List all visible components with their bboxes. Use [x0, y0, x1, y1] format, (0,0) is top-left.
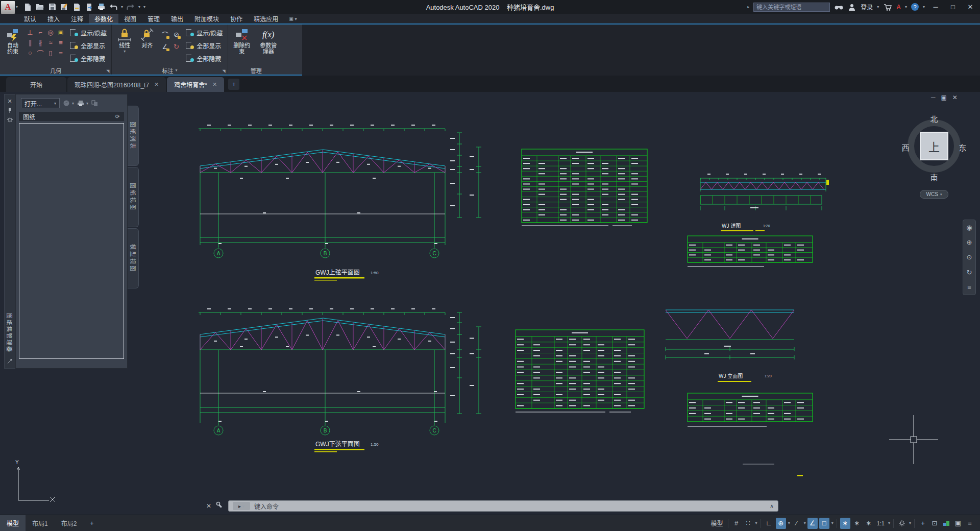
tangent-constraint-icon[interactable]: ≈	[45, 37, 56, 47]
isolate-objects-icon[interactable]: ⊡	[929, 518, 940, 529]
undo-dropdown-icon[interactable]: ▾	[121, 5, 123, 9]
save-as-icon[interactable]	[60, 3, 69, 12]
dim-hide-all-button[interactable]: 全部隐藏	[184, 53, 225, 64]
ribbon-tab-parametric[interactable]: 参数化	[89, 14, 118, 23]
doc-close-icon[interactable]: ✕	[952, 94, 958, 101]
search-binoculars-icon[interactable]	[834, 3, 843, 12]
iso-dropdown-icon[interactable]: ▾	[804, 521, 806, 525]
concentric-constraint-icon[interactable]: ◎	[45, 27, 56, 37]
close-tab-icon[interactable]: ✕	[154, 81, 159, 88]
search-expand-icon[interactable]: ▸	[747, 5, 749, 9]
help-search-input[interactable]	[753, 3, 830, 12]
ribbon-tab-home[interactable]: 默认	[18, 14, 42, 23]
dim-show-all-button[interactable]: 全部显示	[184, 40, 225, 51]
new-layout-button[interactable]: +	[83, 515, 100, 531]
close-tab-icon[interactable]: ✕	[212, 81, 217, 88]
file-tab-drawing1[interactable]: 观珠四期-总图20160408_t7✕	[67, 77, 166, 92]
zoom-icon[interactable]: ⊙	[967, 253, 972, 261]
command-input[interactable]: 键入命令	[254, 502, 279, 511]
auto-constrain-button[interactable]: 自动约束	[3, 26, 23, 55]
undo-icon[interactable]	[109, 3, 118, 12]
ortho-mode-icon[interactable]: ∟	[764, 518, 774, 529]
refresh-icon[interactable]: ⟳	[115, 113, 120, 120]
viewcube-top-face[interactable]: 上	[920, 132, 948, 160]
panel-dropdown-icon[interactable]: ▾	[176, 68, 178, 73]
parallel-constraint-icon[interactable]: ∥	[25, 37, 35, 47]
compass-south[interactable]: 南	[928, 172, 940, 182]
application-menu-button[interactable]: A	[1, 1, 15, 14]
parameters-manager-button[interactable]: f(x) 参数管理器	[255, 26, 282, 55]
ribbon-tab-view[interactable]: 视图	[118, 14, 142, 23]
publish-icon[interactable]	[84, 3, 93, 12]
help-dropdown-icon[interactable]: ▾	[923, 5, 925, 9]
pan-icon[interactable]: ⊕	[967, 238, 972, 246]
angular-constraint-icon[interactable]: ∠	[159, 40, 170, 53]
ribbon-tab-insert[interactable]: 插入	[42, 14, 65, 23]
clean-screen-icon[interactable]: ▣	[953, 518, 963, 529]
collinear-constraint-icon[interactable]: ∦	[35, 37, 45, 47]
delete-constraints-button[interactable]: ✕ 删除约束	[231, 26, 253, 55]
print-icon[interactable]	[96, 3, 106, 12]
scale-dropdown-icon[interactable]: ▾	[888, 521, 890, 525]
snap-mode-icon[interactable]: ∷	[743, 518, 753, 529]
app-store-cart-icon[interactable]	[883, 3, 892, 12]
equal-constraint-icon[interactable]: =	[56, 47, 66, 58]
arc-constraint-icon[interactable]: ⌒	[35, 47, 45, 58]
symmetric-constraint-icon[interactable]: ≡	[56, 37, 66, 47]
perpendicular-constraint-icon[interactable]: ⊥	[25, 27, 35, 37]
wcs-dropdown[interactable]: WCS▾	[920, 190, 948, 199]
drawing-canvas[interactable]: A B C GWJ上弦平面图 1:50 A B C	[0, 92, 980, 515]
compass-west[interactable]: 西	[899, 142, 912, 153]
panel-expand-icon[interactable]: ◥	[106, 69, 109, 74]
viewcube[interactable]: 北 西 东 南 上 WCS▾	[899, 102, 969, 204]
doc-restore-icon[interactable]: ▣	[941, 94, 947, 101]
panel-label-geometric[interactable]: 几何◥	[0, 66, 111, 75]
sheet-set-plot-icon[interactable]: ▾	[77, 100, 88, 107]
command-line[interactable]: ▸ ▾ 键入命令 ∧	[228, 500, 778, 512]
compass-north[interactable]: 北	[928, 113, 940, 124]
new-file-icon[interactable]	[23, 3, 32, 12]
open-file-icon[interactable]	[35, 3, 44, 12]
maximize-button[interactable]: □	[946, 3, 960, 11]
annotation-visibility-icon[interactable]: ∗	[840, 518, 850, 529]
sign-in-button[interactable]: 登录	[861, 3, 873, 11]
plot-icon[interactable]	[72, 3, 81, 12]
workspace-dropdown-icon[interactable]: ▾	[909, 521, 911, 525]
sheet-set-open-dropdown[interactable]: 打开...▾	[21, 98, 60, 108]
ribbon-tab-manage[interactable]: 管理	[142, 14, 165, 23]
polar-dropdown-icon[interactable]: ▾	[788, 521, 790, 525]
geo-show-all-button[interactable]: 全部显示	[68, 40, 109, 51]
palette-autohide-pin-icon[interactable]	[5, 106, 15, 115]
grid-display-icon[interactable]: #	[731, 518, 742, 529]
snap-dropdown-icon[interactable]: ▾	[755, 521, 757, 525]
autodesk-exchange-icon[interactable]: A	[896, 4, 901, 11]
annotation-autoscale-icon[interactable]: ∗	[852, 518, 862, 529]
command-prompt-icon[interactable]: ▸ ▾	[233, 502, 250, 510]
ribbon-tab-output[interactable]: 输出	[165, 14, 189, 23]
dim-show-hide-button[interactable]: 显示/隐藏	[184, 27, 225, 38]
ribbon-tab-featured-apps[interactable]: 精选应用	[248, 14, 284, 23]
smooth-constraint-icon[interactable]: ○	[25, 47, 35, 58]
file-tab-start[interactable]: 开始	[6, 77, 66, 92]
ribbon-collapse-icon[interactable]: ▣ ▾	[284, 14, 302, 23]
palette-properties-gear-icon[interactable]	[5, 115, 15, 124]
annotation-scale-value[interactable]: 1:1	[875, 518, 886, 529]
linear-constraint-button[interactable]: 线性 ▾	[114, 26, 135, 55]
fix-constraint-icon[interactable]: ▣	[56, 27, 66, 37]
navbar-more-icon[interactable]: ≡	[967, 283, 971, 291]
polar-tracking-icon[interactable]: ⊕	[776, 518, 786, 529]
sign-in-dropdown-icon[interactable]: ▾	[877, 5, 879, 9]
geo-show-hide-button[interactable]: 显示/隐藏	[68, 27, 109, 38]
minimize-button[interactable]: ─	[929, 3, 942, 11]
application-menu-caret-icon[interactable]: ▾	[16, 5, 18, 9]
linear-dropdown-icon[interactable]: ▾	[124, 49, 126, 55]
orbit-icon[interactable]: ↻	[967, 269, 972, 276]
object-snap-tracking-icon[interactable]: ∠	[807, 518, 818, 529]
radius-constraint-icon[interactable]: ⌒	[159, 28, 170, 40]
redo-dropdown-icon[interactable]: ▾	[138, 5, 140, 9]
steering-wheel-icon[interactable]: ◉	[966, 224, 972, 231]
graphics-performance-icon[interactable]	[941, 518, 951, 529]
palette-options-icon[interactable]	[5, 357, 15, 366]
panel-label-dimensional[interactable]: 标注▾◥	[112, 66, 227, 75]
object-snap-icon[interactable]: □	[819, 518, 829, 529]
